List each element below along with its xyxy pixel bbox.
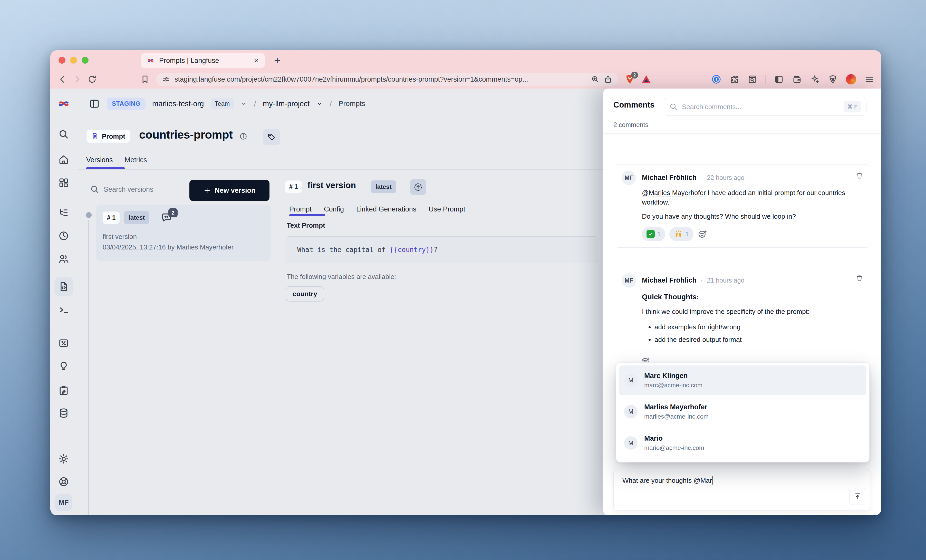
sidebar-prompts-icon-active[interactable] xyxy=(54,277,73,296)
browser-tab-bar: Prompts | Langfuse × + xyxy=(50,50,881,70)
sidebar-panel-icon[interactable] xyxy=(774,74,784,84)
sidebar-sessions-icon[interactable] xyxy=(58,230,69,242)
prompt-type-label: Prompt xyxy=(102,132,125,141)
new-tab-button[interactable]: + xyxy=(274,54,280,67)
reaction-check-pill[interactable]: 1 xyxy=(642,227,665,241)
tab-title: Prompts | Langfuse xyxy=(159,57,249,65)
sidebar-toggle-icon[interactable] xyxy=(89,98,100,109)
mention-link[interactable]: @Marlies Mayerhofer xyxy=(642,189,706,197)
share-icon[interactable] xyxy=(604,75,612,84)
langfuse-app: MF STAGING marlies-test-org Team / my-ll… xyxy=(50,89,881,515)
submit-comment-button[interactable] xyxy=(849,488,866,505)
reaction-count: 1 xyxy=(685,230,688,238)
vpn-shield-icon[interactable] xyxy=(828,74,838,84)
sidebar-search-icon[interactable] xyxy=(58,129,69,140)
tab-config[interactable]: Config xyxy=(324,205,344,213)
tab-prompt[interactable]: Prompt xyxy=(289,205,312,213)
search-versions-input[interactable] xyxy=(103,182,181,197)
forward-icon[interactable] xyxy=(73,74,82,84)
breadcrumb-section[interactable]: Prompts xyxy=(339,100,365,108)
profile-avatar-icon[interactable] xyxy=(846,74,856,85)
comment-card: MF Michael Fröhlich · 22 hours ago @Marl… xyxy=(615,164,870,248)
user-avatar[interactable]: MF xyxy=(55,494,72,511)
page-search-icon[interactable] xyxy=(747,74,757,84)
tag-button[interactable] xyxy=(263,129,280,145)
mention-suggestion-item[interactable]: M Marc Klingen marc@acme-inc.com xyxy=(619,365,867,395)
reload-icon[interactable] xyxy=(87,74,97,84)
sidebar-scores-icon[interactable] xyxy=(58,338,69,349)
menu-hamburger-icon[interactable] xyxy=(864,74,874,84)
comment-body: I think we could improve the specificity… xyxy=(642,308,809,316)
desktop-background: Prompts | Langfuse × + staging.langfuse.… xyxy=(0,0,926,560)
bullet-item: add the desired output format xyxy=(654,336,742,344)
tab-use-prompt[interactable]: Use Prompt xyxy=(428,205,465,213)
sidebar-evaluation-icon[interactable] xyxy=(58,360,69,371)
onepassword-icon[interactable] xyxy=(711,74,721,84)
suggestion-name: Mario xyxy=(644,434,704,442)
search-icon xyxy=(90,185,100,194)
rail-divider xyxy=(50,119,77,119)
sidebar-users-icon[interactable] xyxy=(58,253,69,265)
plus-icon xyxy=(203,186,211,194)
active-tab-underline xyxy=(86,167,125,169)
comments-bubble-icon[interactable]: 2 xyxy=(161,212,172,224)
search-comments-input[interactable] xyxy=(681,103,840,111)
reaction-count: 1 xyxy=(657,230,661,238)
close-window-button[interactable] xyxy=(59,57,65,64)
org-role-badge[interactable]: Team xyxy=(211,98,234,109)
variable-pill: country xyxy=(286,286,324,301)
add-reaction-icon[interactable] xyxy=(698,229,707,239)
new-version-button[interactable]: New version xyxy=(189,180,269,201)
browser-toolbar: staging.langfuse.com/project/cm22fk0w700… xyxy=(50,70,881,89)
chevron-down-icon[interactable] xyxy=(241,100,247,107)
delete-comment-icon[interactable] xyxy=(856,274,863,282)
breadcrumb-project[interactable]: my-llm-project xyxy=(263,100,310,108)
version-number-badge: # 1 xyxy=(285,180,302,193)
delete-comment-icon[interactable] xyxy=(856,172,863,179)
comments-search-box[interactable]: ⌘ F xyxy=(664,98,867,116)
breadcrumb-org[interactable]: marlies-test-org xyxy=(152,100,204,108)
avatar: M xyxy=(624,436,637,450)
bookmark-icon[interactable] xyxy=(140,74,150,84)
back-icon[interactable] xyxy=(57,74,67,84)
close-tab-icon[interactable]: × xyxy=(254,56,259,65)
mention-suggestion-item[interactable]: M Mario mario@acme-inc.com xyxy=(619,428,867,458)
tab-versions[interactable]: Versions xyxy=(86,156,113,164)
version-list-item[interactable]: # 1 latest 2 first version 03/04/2025, 1… xyxy=(96,204,271,261)
leo-ai-sparkle-icon[interactable] xyxy=(810,74,820,84)
comment-input[interactable]: What are your thoughts @Mar xyxy=(613,469,870,511)
brave-rewards-icon[interactable] xyxy=(641,74,652,85)
info-icon[interactable] xyxy=(239,132,247,141)
reactions-row: 1 1 xyxy=(642,227,707,241)
sidebar-annotation-icon[interactable] xyxy=(58,385,69,396)
sidebar-dashboards-icon[interactable] xyxy=(58,177,69,188)
chevron-down-icon[interactable] xyxy=(316,100,323,107)
sidebar-support-icon[interactable] xyxy=(58,476,69,487)
brave-shield-icon[interactable]: 2 xyxy=(624,74,635,85)
sidebar-datasets-icon[interactable] xyxy=(58,407,69,419)
latest-badge: latest xyxy=(371,180,396,193)
sidebar-tracing-icon[interactable] xyxy=(58,207,69,218)
site-settings-icon[interactable] xyxy=(162,75,170,84)
sidebar-settings-gear-icon[interactable] xyxy=(58,453,69,465)
tab-metrics[interactable]: Metrics xyxy=(125,156,147,164)
variables-label: The following variables are available: xyxy=(287,273,396,281)
tab-linked-generations[interactable]: Linked Generations xyxy=(356,205,416,213)
extensions-puzzle-icon[interactable] xyxy=(729,74,739,84)
browser-tab[interactable]: Prompts | Langfuse × xyxy=(141,53,265,68)
address-bar[interactable]: staging.langfuse.com/project/cm22fk0w700… xyxy=(156,73,618,86)
raising-hands-emoji-icon xyxy=(674,230,683,238)
minimize-window-button[interactable] xyxy=(70,57,77,64)
sidebar-playground-icon[interactable] xyxy=(58,304,69,315)
promote-version-button[interactable] xyxy=(410,179,426,195)
version-number-badge: # 1 xyxy=(103,211,120,224)
mention-suggestion-item[interactable]: M Marlies Mayerhofer marlies@acme-inc.co… xyxy=(619,397,867,427)
sidebar-home-icon[interactable] xyxy=(58,154,69,165)
dot-separator: · xyxy=(701,174,703,182)
bullet-item: add examples for right/wrong xyxy=(654,323,742,331)
suggestion-email: marlies@acme-inc.com xyxy=(644,413,709,420)
zoom-page-icon[interactable] xyxy=(591,75,599,84)
maximize-window-button[interactable] xyxy=(82,57,89,64)
wallet-icon[interactable] xyxy=(792,74,802,84)
reaction-hands-pill[interactable]: 1 xyxy=(669,227,693,241)
